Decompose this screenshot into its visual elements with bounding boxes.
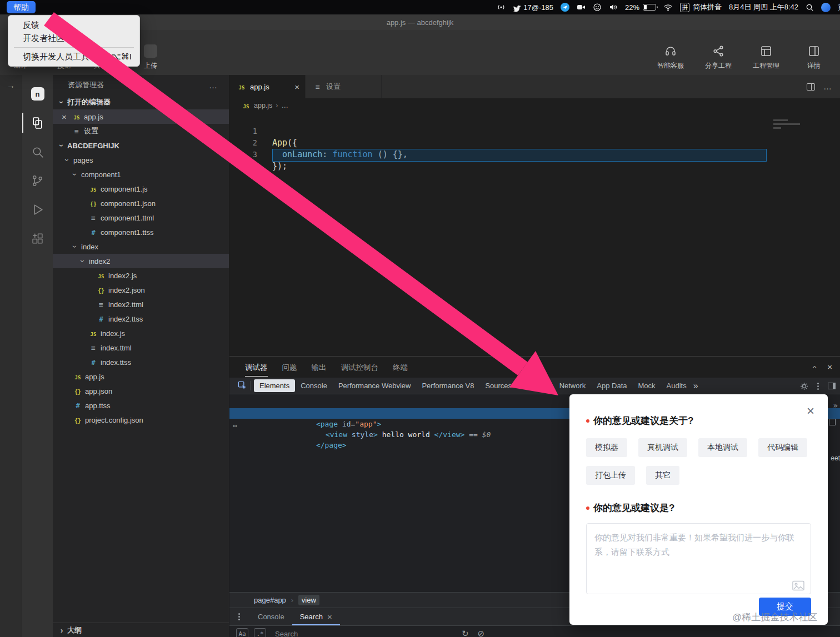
tree-item[interactable]: index.ttss [53, 355, 229, 369]
split-editor-icon[interactable] [807, 83, 815, 91]
devtools-tab[interactable]: Audits [661, 379, 692, 392]
regex-toggle[interactable]: .* [254, 628, 266, 637]
code-line[interactable]: 4 [229, 149, 840, 160]
panel-tab[interactable]: 终端 [393, 358, 408, 377]
feedback-option-button[interactable]: 真机调试 [638, 438, 687, 457]
tree-item[interactable]: index2.ttml [53, 297, 229, 312]
input-method-indicator[interactable]: 拼 简体拼音 [680, 2, 722, 12]
tree-item[interactable]: component1.js [53, 182, 229, 196]
tree-item[interactable]: app.js [53, 369, 229, 384]
open-editor-item[interactable]: app.js [53, 109, 229, 124]
menu-item[interactable]: 开发者社区 [8, 32, 139, 45]
editor-tab[interactable]: 设置 [306, 75, 382, 98]
devtools-tab[interactable]: Storage [517, 379, 554, 392]
code-editor[interactable]: 1 App({ 2 onLaunch: function () {}, 3 })… [229, 113, 840, 356]
feedback-option-button[interactable]: 模拟器 [586, 438, 627, 457]
minimap[interactable] [769, 117, 811, 166]
details-button[interactable]: 详情 [796, 44, 832, 71]
face-icon[interactable] [593, 3, 602, 12]
menubar-clock[interactable]: 8月4日 周四 上午8:42 [729, 2, 798, 12]
ticker-widget[interactable]: 17@·185 [513, 3, 553, 12]
kebab-menu-icon[interactable] [817, 385, 819, 387]
devtools-tab[interactable]: Performance V8 [416, 379, 479, 392]
element-picker-icon[interactable] [235, 381, 251, 390]
tree-item[interactable]: app.json [53, 384, 229, 398]
tree-item[interactable]: component1.ttss [53, 225, 229, 239]
devtools-tab[interactable]: App Data [591, 379, 632, 392]
dock-side-icon[interactable] [828, 383, 836, 389]
drawer-tab[interactable]: Search [292, 608, 340, 625]
edge-more-icon[interactable] [833, 401, 838, 410]
explorer-more-icon[interactable] [209, 81, 218, 90]
activity-extensions[interactable] [22, 224, 53, 253]
search-input[interactable] [275, 628, 453, 637]
editor-tab[interactable]: app.js [229, 75, 306, 98]
tree-item[interactable]: index2 [53, 254, 229, 268]
project-management-button[interactable]: 工程管理 [748, 44, 784, 71]
user-avatar[interactable] [821, 3, 831, 12]
dom-breadcrumb-item[interactable]: view [298, 595, 319, 605]
tree-item[interactable]: index.js [53, 326, 229, 340]
close-tab-icon[interactable] [294, 82, 299, 92]
menu-item[interactable]: 反馈 [8, 18, 139, 32]
activity-source-control[interactable] [22, 166, 53, 195]
code-line[interactable]: 3 }); [229, 137, 840, 149]
devtools-tab[interactable]: Elements [254, 379, 295, 392]
activity-debug[interactable] [22, 195, 53, 224]
camera-icon[interactable] [577, 3, 586, 12]
devtools-tab[interactable]: Console [295, 379, 333, 392]
feedback-option-button[interactable]: 代码编辑 [758, 438, 807, 457]
activity-explorer[interactable] [22, 108, 53, 137]
menu-item[interactable]: 切换开发人员工具 ⌥⌘I [8, 50, 139, 63]
app-logo-item[interactable] [22, 79, 53, 108]
smart-service-button[interactable]: 智能客服 [652, 44, 689, 71]
tree-item[interactable]: pages [53, 153, 229, 167]
panel-tab[interactable]: 调试器 [245, 358, 268, 377]
tree-item[interactable]: component1.ttml [53, 210, 229, 225]
outline-section-header[interactable]: 大纲 [53, 623, 229, 637]
blue-app-icon[interactable] [561, 3, 569, 12]
match-case-toggle[interactable]: Aa [236, 628, 248, 637]
panel-tab[interactable]: 输出 [312, 358, 327, 377]
open-editor-item[interactable]: 设置 [53, 124, 229, 138]
maximize-panel-icon[interactable] [811, 363, 817, 371]
code-line[interactable]: 2 onLaunch: function () {}, [229, 126, 840, 137]
tree-item[interactable]: component1 [53, 167, 229, 182]
tree-item[interactable]: project.config.json [53, 413, 229, 427]
feedback-option-button[interactable]: 本地调试 [698, 438, 747, 457]
panel-tab[interactable]: 问题 [282, 358, 297, 377]
menu-help[interactable]: 帮助 [7, 1, 36, 13]
breadcrumb-file[interactable]: app.js [254, 102, 272, 109]
close-tab-icon[interactable] [327, 612, 332, 621]
devtools-tab[interactable]: Sources [479, 379, 517, 392]
clear-icon[interactable] [478, 628, 485, 637]
project-root-header[interactable]: ABCDEFGHIJK [53, 138, 229, 153]
feedback-textarea[interactable] [586, 523, 811, 594]
gear-icon[interactable] [800, 382, 808, 390]
share-project-button[interactable]: 分享工程 [700, 44, 737, 71]
drawer-menu-icon[interactable] [238, 616, 240, 618]
tree-item[interactable]: app.ttss [53, 398, 229, 413]
tree-item[interactable]: index [53, 239, 229, 254]
breadcrumb-more[interactable]: … [282, 102, 289, 109]
dom-breadcrumb-item[interactable]: page#app [251, 595, 289, 605]
activity-search[interactable] [22, 137, 53, 166]
broadcast-icon[interactable] [497, 3, 506, 12]
image-upload-icon[interactable] [792, 580, 804, 591]
tree-item[interactable]: index.ttml [53, 340, 229, 355]
volume-icon[interactable] [609, 3, 618, 12]
tree-item[interactable]: index2.json [53, 283, 229, 297]
battery-indicator[interactable]: 22% [625, 3, 656, 12]
open-editors-header[interactable]: 打开的编辑器 [53, 95, 229, 109]
spotlight-search-icon[interactable] [806, 3, 814, 12]
code-line[interactable]: 1 App({ [229, 114, 840, 126]
refresh-icon[interactable] [462, 628, 469, 637]
breadcrumb[interactable]: app.js … [229, 98, 840, 113]
tree-item[interactable]: index2.ttss [53, 312, 229, 326]
devtools-tab[interactable]: Mock [633, 379, 661, 392]
tree-item[interactable]: index2.js [53, 268, 229, 283]
edge-panel-icon[interactable] [829, 419, 836, 425]
drawer-tab[interactable]: Console [250, 608, 292, 625]
editor-more-icon[interactable] [823, 82, 832, 92]
devtools-tab[interactable]: Network [554, 379, 592, 392]
